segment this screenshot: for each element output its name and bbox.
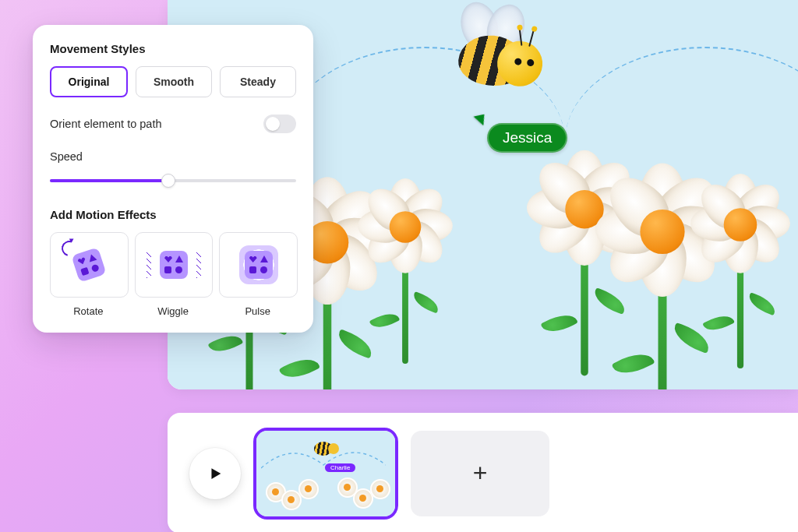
bee-icon (314, 442, 333, 456)
effect-preview-icon (72, 247, 107, 282)
flower-element[interactable] (360, 181, 451, 364)
movement-style-original[interactable]: Original (50, 66, 128, 97)
motion-effects-title: Add Motion Effects (50, 208, 296, 221)
add-scene-button[interactable]: + (411, 431, 549, 516)
flower-element[interactable] (693, 177, 789, 368)
slider-fill-icon (50, 179, 168, 182)
timeline-strip: Charlie + (168, 413, 798, 532)
effect-rotate-tile[interactable] (50, 232, 129, 298)
movement-styles-title: Movement Styles (50, 42, 296, 55)
orient-to-path-label: Orient element to path (50, 118, 161, 130)
orient-to-path-toggle[interactable] (263, 115, 296, 133)
movement-style-options: Original Smooth Steady (50, 66, 296, 97)
effect-rotate-label: Rotate (50, 305, 127, 317)
effect-wiggle-label: Wiggle (135, 305, 212, 317)
bee-element[interactable] (444, 4, 546, 105)
speed-slider[interactable] (50, 174, 296, 188)
pulse-ring-icon (239, 245, 278, 284)
animation-settings-panel: Movement Styles Original Smooth Steady O… (33, 25, 313, 333)
effect-pulse-tile[interactable] (219, 232, 298, 298)
cursor-arrow-icon (474, 115, 487, 128)
effect-pulse-label: Pulse (219, 305, 296, 317)
scene-thumbnail[interactable]: Charlie (256, 431, 395, 516)
mini-collaborator-pill: Charlie (325, 463, 355, 472)
collaborator-cursor: Jessica (487, 123, 567, 153)
collaborator-name-pill: Jessica (487, 123, 567, 153)
plus-icon: + (473, 459, 488, 488)
effect-preview-icon (160, 251, 188, 279)
slider-thumb-icon[interactable] (161, 174, 175, 188)
speed-label: Speed (50, 150, 296, 163)
movement-style-steady[interactable]: Steady (220, 66, 296, 97)
effect-wiggle-tile[interactable] (135, 232, 214, 298)
play-icon (207, 465, 224, 482)
play-button[interactable] (189, 448, 241, 499)
toggle-knob-icon (266, 117, 280, 131)
movement-style-smooth[interactable]: Smooth (136, 66, 212, 97)
motion-effects-row: Rotate Wiggle Pulse (50, 232, 296, 317)
